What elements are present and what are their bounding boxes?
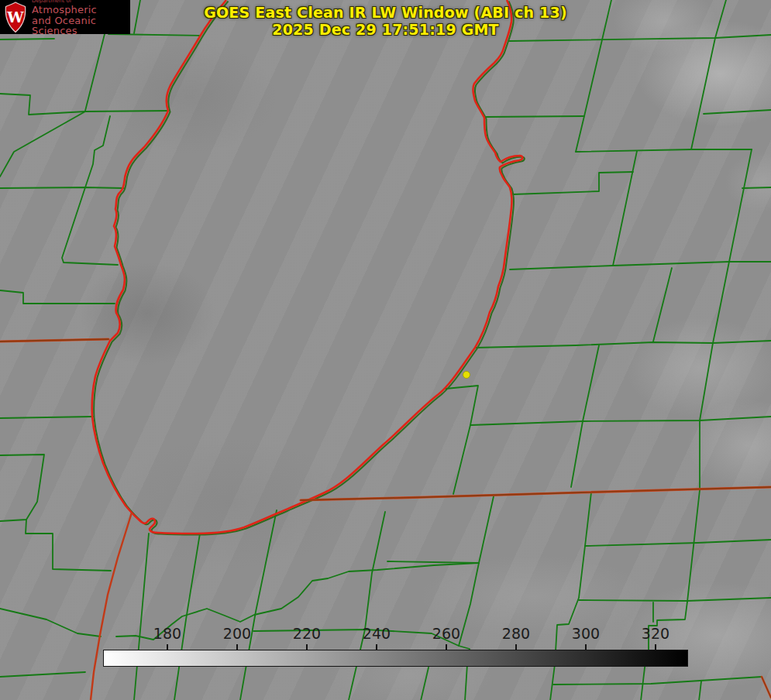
map-overlay <box>0 0 771 700</box>
logo-text: Department of Atmospheric and Oceanic Sc… <box>32 0 130 36</box>
colorbar-tick-mark <box>655 644 656 650</box>
colorbar-tick-label: 320 <box>631 625 680 642</box>
colorbar-tick-label: 260 <box>422 625 471 642</box>
colorbar-tick-label: 200 <box>212 625 262 642</box>
logo-dept-line1: Atmospheric <box>32 5 130 15</box>
uw-aos-logo: W Department of Atmospheric and Oceanic … <box>0 0 130 34</box>
colorbar-tick-mark <box>306 644 308 650</box>
colorbar-tick-mark <box>585 644 587 650</box>
colorbar-tick-label: 300 <box>561 625 611 642</box>
uw-crest-icon: W <box>4 2 27 33</box>
lake-shoreline-red <box>92 0 523 534</box>
logo-dept-line2: and Oceanic Sciences <box>32 15 130 36</box>
colorbar-tick-label: 180 <box>143 625 192 642</box>
colorbar-tick-mark <box>167 644 168 650</box>
colorbar-tick-label: 220 <box>282 625 332 642</box>
colorbar-tick-label: 240 <box>352 625 401 642</box>
colorbar: 180200220240260280300320 <box>103 650 688 667</box>
colorbar-tick-mark <box>236 644 238 650</box>
county-boundary-lines <box>0 0 771 700</box>
crest-letter: W <box>6 9 24 26</box>
colorbar-tick-mark <box>446 644 447 650</box>
lake-shoreline-shadow <box>94 2 525 535</box>
location-marker <box>463 372 470 379</box>
colorbar-tick-mark <box>376 644 377 650</box>
state-line-red <box>91 513 132 700</box>
colorbar-tick-mark <box>515 644 517 650</box>
colorbar-tick-label: 280 <box>491 625 541 642</box>
satellite-viewer: W Department of Atmospheric and Oceanic … <box>0 0 771 700</box>
